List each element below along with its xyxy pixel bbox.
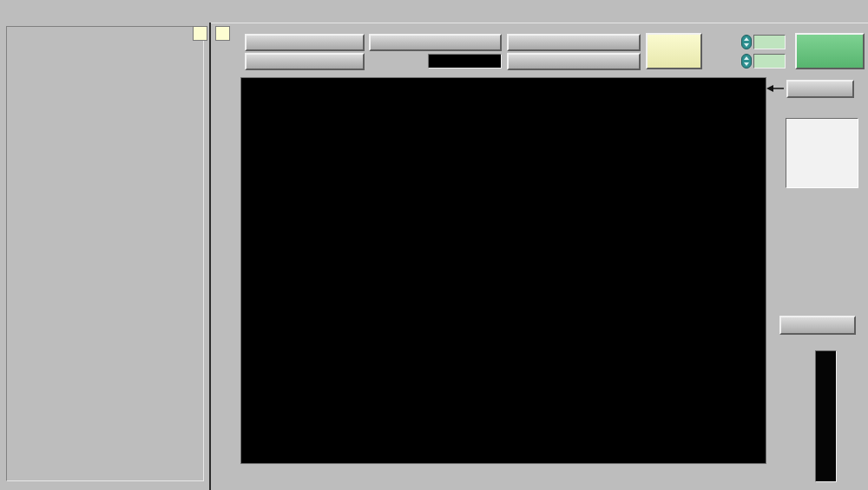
plot-b-data-button[interactable] [245,53,365,70]
escope-app-window [0,0,868,490]
offset-spinner[interactable] [741,54,752,69]
get-cursors-button[interactable] [786,80,854,98]
scope-plot-frame [240,77,766,464]
plot-a-data-button[interactable] [245,34,365,51]
scope-plot[interactable] [241,78,766,463]
offset-field[interactable] [753,54,786,69]
mark-cylinders-button[interactable] [795,33,865,69]
cursor-arrow-icon [766,85,784,92]
channel-color-chevrons [816,351,838,483]
spin-up-icon[interactable] [744,37,749,41]
spin-down-icon[interactable] [744,43,749,47]
panel-divider [209,23,211,490]
help-icon[interactable] [215,26,230,41]
save-deep-rec-button[interactable] [507,34,641,51]
spin-up-icon[interactable] [744,56,749,60]
start-deep-record-button[interactable] [369,34,502,51]
load-deep-rec-button[interactable] [507,53,641,70]
mark-cam-shaft-button[interactable] [646,33,702,69]
max-rec-time-display [428,54,502,69]
help-icon[interactable] [193,26,207,41]
channel-color-legend [815,350,837,482]
tab-divider [211,23,868,23]
pointer-tool-list [786,118,858,188]
process-data-button[interactable] [779,316,856,335]
sidebar-frame [6,26,204,481]
spin-down-icon[interactable] [744,62,749,66]
cyls-field[interactable] [753,35,786,49]
cyls-spinner[interactable] [741,35,752,49]
